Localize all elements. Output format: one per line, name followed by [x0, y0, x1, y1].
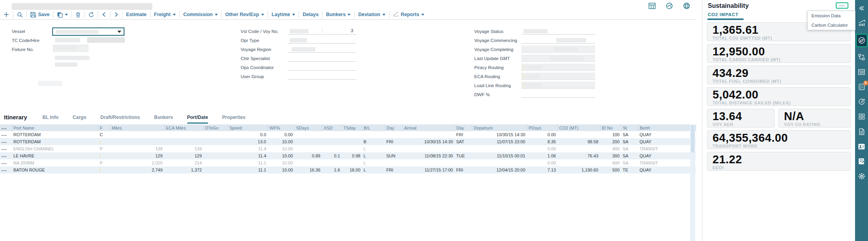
notebook-pencil-icon — [859, 158, 865, 164]
delete-button[interactable] — [75, 12, 81, 18]
row-menu-button[interactable]: ••• — [0, 138, 12, 145]
last-update-gmt-field[interactable] — [521, 55, 595, 62]
collapse-panel-button[interactable] — [857, 4, 866, 13]
column-header-port-name[interactable]: Port Name — [12, 124, 98, 131]
eca-routing-field[interactable] — [521, 73, 595, 80]
menu-item-deviation[interactable]: Deviation — [358, 12, 385, 17]
documents-button[interactable] — [857, 127, 866, 136]
opr-type-field[interactable] — [288, 37, 356, 44]
menu-item-commission[interactable]: Commission — [183, 12, 218, 17]
column-header-co2-mt[interactable]: CO2 (MT) — [557, 124, 600, 131]
column-header-pdays[interactable]: PDays — [527, 124, 557, 131]
tab-draft-restrictions[interactable]: Draft/Restrictions — [101, 115, 140, 124]
menu-item-freight[interactable]: Freight — [154, 12, 175, 17]
metric-value: 21.22 — [713, 153, 845, 165]
voyage-status-field[interactable] — [521, 27, 595, 35]
panel-more-button[interactable]: ... — [836, 2, 848, 9]
globe-icon[interactable] — [683, 2, 690, 9]
user-group-field[interactable] — [288, 73, 356, 80]
itinerary-row-baton-rouge[interactable]: •••BATON ROUGE2,7491,37211.110.0016.361.… — [0, 166, 696, 173]
row-menu-button[interactable]: ••• — [0, 145, 12, 152]
column-header-eca-miles[interactable]: ECA Miles — [164, 124, 203, 131]
grid-view-icon[interactable] — [649, 2, 656, 9]
table-scrollbar[interactable] — [690, 124, 695, 241]
new-button[interactable] — [3, 11, 9, 18]
apps-button[interactable] — [857, 112, 866, 121]
chtr-specialist-field[interactable] — [288, 55, 356, 62]
menu-item-laytime[interactable]: Laytime — [272, 12, 295, 17]
column-header-arrival[interactable]: Arrival — [402, 124, 455, 131]
table-view-button[interactable] — [857, 68, 866, 76]
menu-item-delays[interactable]: Delays — [303, 12, 318, 17]
column-header-miles[interactable]: Miles — [110, 124, 164, 131]
menu-item-emission-data[interactable]: Emission Data — [808, 11, 855, 20]
row-menu-button[interactable]: ••• — [0, 159, 12, 166]
menu-item-reports[interactable]: Reports — [393, 11, 424, 18]
column-header-dtogo[interactable]: DToGo — [203, 124, 228, 131]
tc-code-field[interactable] — [55, 38, 80, 42]
notes-button[interactable] — [857, 157, 866, 166]
column-header-xsd[interactable]: XSD — [322, 124, 342, 131]
tasks-button[interactable]: 5 — [857, 82, 866, 91]
itinerary-row-rotterdam[interactable]: •••ROTTERDAM13.010.00BFRI10/30/15 14:30S… — [0, 138, 696, 145]
workflow-button[interactable] — [857, 53, 866, 61]
compose-button[interactable] — [857, 97, 866, 106]
row-menu-button[interactable]: ••• — [0, 152, 12, 159]
scrollbar-thumb[interactable] — [691, 125, 694, 153]
column-header-day[interactable]: Day — [455, 124, 472, 131]
column-header-departure[interactable]: Departure — [472, 124, 527, 131]
piracy-routing-field[interactable] — [521, 64, 595, 71]
fixture-no-field[interactable] — [53, 45, 88, 52]
vessel-select[interactable] — [52, 27, 124, 36]
itinerary-row-rotterdam[interactable]: •••ROTTERDAMC0.00.00FRI10/30/15 14:300.0… — [0, 131, 696, 138]
column-header-berth[interactable]: Berth — [638, 124, 696, 131]
contacts-button[interactable] — [857, 142, 866, 151]
vsl-code-field[interactable] — [288, 27, 322, 35]
tc-hire-field[interactable] — [87, 37, 125, 43]
voyage-commencing-field[interactable] — [521, 37, 595, 44]
sync-icon[interactable] — [666, 2, 673, 9]
save-button[interactable]: Save — [30, 12, 49, 18]
menu-item-estimate[interactable]: Estimate — [126, 12, 146, 17]
refresh-button[interactable] — [88, 12, 94, 18]
column-header-f[interactable]: F — [98, 124, 110, 131]
menu-item-other-rev-exp[interactable]: Other Rev/Exp — [225, 12, 264, 17]
next-button[interactable] — [114, 12, 119, 17]
tab-properties[interactable]: Properties — [222, 115, 245, 124]
voyage-region-field[interactable] — [288, 46, 356, 53]
voy-no-field[interactable]: 3 — [323, 27, 356, 35]
cell-departure — [472, 159, 527, 166]
menu-separator — [268, 11, 268, 18]
column-header-tsday[interactable]: TSday — [342, 124, 362, 131]
prev-button[interactable] — [102, 12, 106, 17]
copy-button[interactable] — [57, 12, 68, 18]
load-line-routing-field[interactable] — [521, 82, 595, 89]
column-header-wf[interactable]: WF% — [268, 124, 294, 131]
tab-bl-info[interactable]: BL Info — [42, 115, 58, 124]
voyage-completing-field[interactable] — [521, 46, 595, 53]
menu-item-carbon-calculator[interactable]: Carbon Calculator — [808, 20, 855, 30]
analytics-button[interactable] — [857, 19, 866, 27]
column-header-menu[interactable]: ••• — [0, 124, 12, 131]
sustainability-button[interactable] — [856, 34, 868, 47]
dwf-field[interactable] — [521, 91, 595, 98]
column-header-id-no[interactable]: ID No — [600, 124, 621, 131]
tab-bunkers[interactable]: Bunkers — [154, 115, 173, 124]
menu-item-bunkers[interactable]: Bunkers — [326, 12, 351, 17]
search-button[interactable] — [17, 12, 23, 18]
tab-cargo[interactable]: Cargo — [73, 115, 86, 124]
itinerary-row-le-havre[interactable]: •••LE HAVRE12912911.410.000.890.10.98LSU… — [0, 152, 696, 159]
settings-button[interactable] — [857, 172, 866, 181]
column-header-st[interactable]: St — [621, 124, 638, 131]
column-header-sdays[interactable]: SDays — [294, 124, 322, 131]
ops-coordinator-field[interactable] — [288, 64, 356, 71]
row-menu-button[interactable]: ••• — [0, 131, 12, 138]
cell-eca — [164, 138, 203, 145]
row-menu-button[interactable]: ••• — [0, 166, 12, 173]
itinerary-row-english-channel[interactable]: •••ENGLISH CHANNELP13913911.410.00L0.004… — [0, 145, 696, 152]
itinerary-row-na-200nm[interactable]: •••NA 200NMP2,02521411.110.00L0.00600SAT… — [0, 159, 696, 166]
column-header-speed[interactable]: Speed — [228, 124, 268, 131]
tab-port-date[interactable]: Port/Date — [187, 115, 208, 124]
column-header-day[interactable]: Day — [385, 124, 402, 131]
column-header-b-l[interactable]: B/L — [362, 124, 385, 131]
